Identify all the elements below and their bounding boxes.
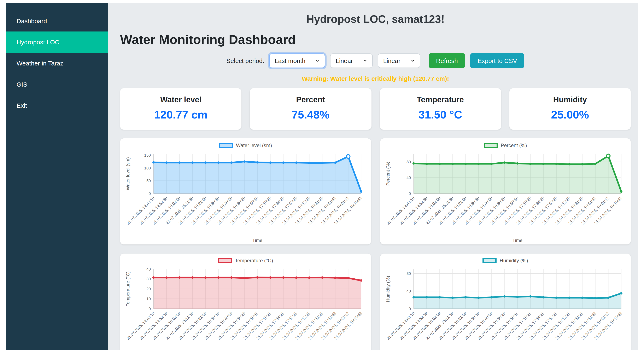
svg-text:50: 50 [146,179,151,183]
svg-text:40: 40 [146,267,151,271]
line-chart: 0408021.07.2025, 14:43:1021.07.2025, 14:… [384,264,626,350]
svg-text:20: 20 [146,287,151,291]
stat-value: 75.48% [253,109,368,121]
stat-title: Humidity [513,95,628,104]
svg-text:10: 10 [146,297,151,301]
legend-label: Humidity (%) [500,257,528,263]
svg-text:0: 0 [408,306,411,311]
legend-label: Temperature (°C) [235,257,273,263]
chart-card-temperature: Temperature (°C) 01020304021.07.2025, 14… [120,253,371,350]
sidebar-item-dashboard[interactable]: Dashboard [6,10,108,32]
svg-text:40: 40 [406,175,411,180]
chevron-down-icon [410,59,415,63]
sidebar-item-hydropost-loc[interactable]: Hydropost LOC [6,32,108,53]
chart-legend[interactable]: Humidity (%) [384,257,626,263]
chart-legend[interactable]: Water level (sm) [124,143,367,148]
stat-value: 25.00% [513,109,628,121]
warning-message: Warning: Water level is critically high … [120,75,631,82]
charts-grid: Water level (sm) 05010015021.07.2025, 14… [120,138,631,350]
chart-card-water-level: Water level (sm) 05010015021.07.2025, 14… [120,138,371,244]
main-content: Hydropost LOC, samat123! Water Monitorin… [108,3,638,350]
sidebar: Dashboard Hydropost LOC Weather in Taraz… [6,3,108,350]
stat-card-percent: Percent 75.48% [250,88,372,130]
chart-card-percent: Percent (%) 0408021.07.2025, 14:43:1021.… [380,138,631,244]
svg-text:150: 150 [144,153,151,157]
svg-text:30: 30 [146,277,151,281]
stat-title: Water level [124,95,238,104]
greeting-title: Hydropost LOC, samat123! [120,13,631,26]
line-chart: 0408021.07.2025, 14:43:1021.07.2025, 14:… [384,149,626,243]
svg-text:0: 0 [149,191,151,196]
refresh-button[interactable]: Refresh [429,53,465,68]
scale-select-1[interactable]: Linear [330,54,373,68]
svg-text:100: 100 [144,166,151,170]
stat-card-water-level: Water level 120.77 cm [120,88,242,130]
svg-text:80: 80 [406,160,411,164]
chart-legend[interactable]: Percent (%) [384,143,626,148]
stat-card-humidity: Humidity 25.00% [510,88,631,130]
svg-text:40: 40 [406,289,411,293]
legend-label: Percent (%) [501,143,527,148]
stats-row: Water level 120.77 cm Percent 75.48% Tem… [120,88,631,130]
export-csv-button[interactable]: Export to CSV [470,53,524,68]
line-chart: 05010015021.07.2025, 14:43:1021.07.2025,… [124,149,367,243]
svg-text:Temperature (°C): Temperature (°C) [125,271,130,306]
legend-swatch [219,143,233,148]
stat-card-temperature: Temperature 31.50 °C [380,88,501,130]
period-label: Select period: [226,57,264,64]
sidebar-item-exit[interactable]: Exit [6,95,108,116]
svg-text:Humidity (%): Humidity (%) [385,276,390,302]
stat-value: 31.50 °C [383,109,498,121]
svg-text:Water level (sm): Water level (sm) [125,157,130,190]
chevron-down-icon [363,59,367,63]
chart-card-humidity: Humidity (%) 0408021.07.2025, 14:43:1021… [380,253,631,350]
app-window: Dashboard Hydropost LOC Weather in Taraz… [6,3,638,350]
sidebar-item-weather-in-taraz[interactable]: Weather in Taraz [6,53,108,74]
legend-swatch [218,258,232,263]
legend-swatch [484,143,498,148]
stat-value: 120.77 cm [124,109,238,121]
scale-select-2-value: Linear [383,57,400,64]
svg-text:Time: Time [512,238,522,243]
scale-select-1-value: Linear [336,57,353,64]
line-chart: 01020304021.07.2025, 14:43:1021.07.2025,… [124,264,367,350]
svg-text:0: 0 [408,191,411,196]
stat-title: Temperature [383,95,498,104]
stat-title: Percent [253,95,368,104]
svg-text:Time: Time [252,238,262,243]
scale-wrapper: Dashboard Hydropost LOC Weather in Taraz… [0,3,644,359]
period-select[interactable]: Last month [270,54,325,68]
page-title: Water Monitoring Dashboard [120,32,631,47]
legend-label: Water level (sm) [236,143,272,148]
legend-swatch [483,258,497,263]
chart-legend[interactable]: Temperature (°C) [124,257,367,263]
controls-bar: Select period: Last month Linear Linear [120,53,631,68]
period-select-value: Last month [275,57,306,64]
chevron-down-icon [315,59,320,63]
svg-text:80: 80 [406,271,411,275]
svg-text:0: 0 [149,306,151,311]
scale-select-2[interactable]: Linear [378,54,420,68]
sidebar-item-gis[interactable]: GIS [6,74,108,95]
svg-text:Percent (%): Percent (%) [385,162,390,186]
